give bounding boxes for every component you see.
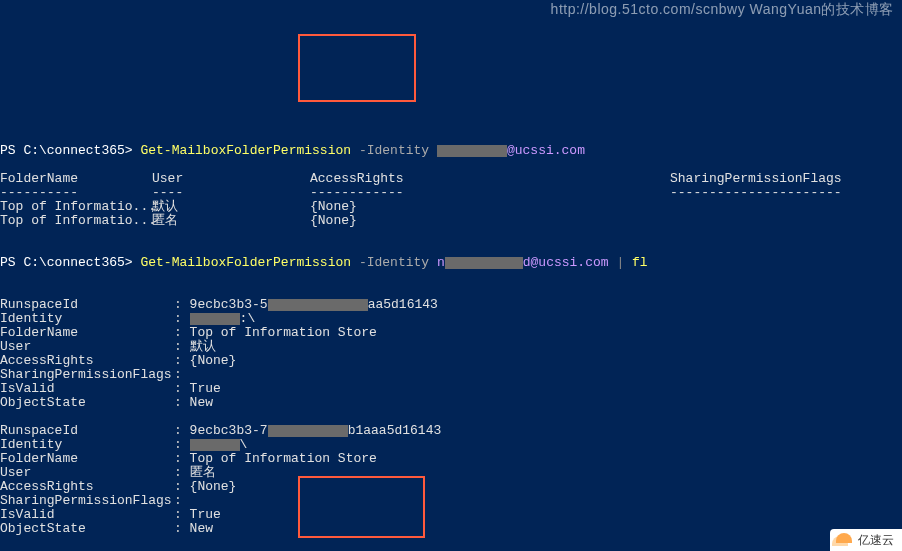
fl-val: 9ecbc3b3-7 (190, 423, 268, 438)
pipe: | (616, 255, 624, 270)
col-user: User (152, 172, 310, 186)
cmdlet: fl (632, 255, 648, 270)
table-row: {None} (310, 214, 670, 228)
fl-val: Top of Information Store (190, 451, 377, 466)
identity-value: n (437, 255, 445, 270)
fl-key: User (0, 466, 174, 480)
site-logo: 亿速云 (830, 529, 902, 551)
watermark-text: http://blog.51cto.com/scnbwy WangYuan的技术… (551, 2, 894, 16)
sep: ------------ (310, 186, 670, 200)
fl-key: AccessRights (0, 480, 174, 494)
highlight-box-1 (298, 34, 416, 102)
fl-val: Top of Information Store (190, 325, 377, 340)
param: -Identity (359, 255, 429, 270)
terminal-output: PS C:\connect365> Get-MailboxFolderPermi… (0, 130, 902, 551)
redacted (190, 313, 240, 325)
sep: ---------- (0, 186, 152, 200)
table-row: 默认 (152, 200, 310, 214)
fl-key: IsValid (0, 508, 174, 522)
fl-key: SharingPermissionFlags (0, 494, 174, 508)
table-row: Top of Informatio... (0, 200, 152, 214)
fl-key: RunspaceId (0, 298, 174, 312)
fl-key: RunspaceId (0, 424, 174, 438)
fl-val: True (190, 381, 221, 396)
fl-key: AccessRights (0, 354, 174, 368)
redacted (190, 439, 240, 451)
fl-key: ObjectState (0, 522, 174, 536)
col-flags: SharingPermissionFlags (670, 172, 842, 186)
cmdlet: Get-MailboxFolderPermission (140, 143, 351, 158)
redacted (268, 425, 348, 437)
fl-val: aa5d16143 (368, 297, 438, 312)
identity-value: @ucssi.com (507, 143, 585, 158)
fl-key: SharingPermissionFlags (0, 368, 174, 382)
fl-key: Identity (0, 438, 174, 452)
fl-key: FolderName (0, 326, 174, 340)
fl-key: Identity (0, 312, 174, 326)
fl-val: {None} (190, 353, 237, 368)
fl-val: 9ecbc3b3-5 (190, 297, 268, 312)
fl-val: New (190, 395, 213, 410)
redacted (437, 145, 507, 157)
table-row: Top of Informatio... (0, 214, 152, 228)
col-folder: FolderName (0, 172, 152, 186)
redacted (268, 299, 368, 311)
fl-val: New (190, 521, 213, 536)
redacted (445, 257, 523, 269)
param: -Identity (359, 143, 429, 158)
fl-key: User (0, 340, 174, 354)
fl-val: True (190, 507, 221, 522)
identity-value: d@ucssi.com (523, 255, 609, 270)
sep: ---------------------- (670, 186, 842, 200)
fl-val: 默认 (190, 339, 216, 354)
prompt: PS C:\connect365> (0, 255, 133, 270)
col-rights: AccessRights (310, 172, 670, 186)
table-row: 匿名 (152, 214, 310, 228)
sep: ---- (152, 186, 310, 200)
fl-val: 匿名 (190, 465, 216, 480)
fl-key: FolderName (0, 452, 174, 466)
fl-val: {None} (190, 479, 237, 494)
fl-val: :\ (240, 311, 256, 326)
fl-key: IsValid (0, 382, 174, 396)
fl-val: \ (240, 437, 248, 452)
prompt: PS C:\connect365> (0, 143, 133, 158)
fl-val: b1aaa5d16143 (348, 423, 442, 438)
table-row: {None} (310, 200, 670, 214)
fl-key: ObjectState (0, 396, 174, 410)
cmdlet: Get-MailboxFolderPermission (140, 255, 351, 270)
